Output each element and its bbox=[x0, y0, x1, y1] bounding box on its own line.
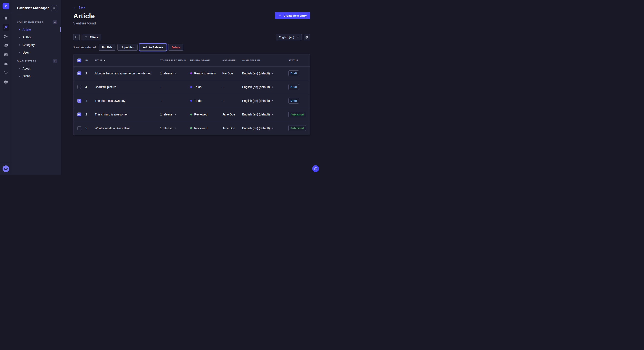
table-row[interactable]: 1 The internet's Own boy - To do - Engli… bbox=[74, 94, 310, 108]
rail-footer: KD bbox=[0, 163, 12, 175]
question-mark-icon bbox=[314, 167, 318, 171]
stage-dot-icon bbox=[190, 100, 192, 102]
column-header-title[interactable]: TITLE bbox=[95, 59, 160, 62]
section-label: COLLECTION TYPES bbox=[17, 21, 43, 24]
sidebar-section: SINGLE TYPES 2 About Global bbox=[17, 59, 57, 80]
create-new-entry-button[interactable]: Create new entry bbox=[275, 12, 310, 19]
filter-icon bbox=[84, 35, 88, 39]
help-button[interactable] bbox=[312, 165, 319, 172]
cell-available-in[interactable]: English (en) (default) bbox=[242, 113, 288, 116]
row-checkbox[interactable] bbox=[77, 126, 81, 130]
sidebar-item-article[interactable]: Article bbox=[17, 26, 57, 33]
row-checkbox[interactable] bbox=[77, 99, 81, 103]
cell-title: This shrimp is awesome bbox=[95, 113, 160, 116]
bulk-actions-bar: 3 entries selected Publish Unpublish Add… bbox=[73, 44, 310, 51]
cell-assignee: - bbox=[222, 99, 242, 103]
cell-to-be-released-in[interactable]: 1 release bbox=[160, 127, 190, 130]
column-header-id[interactable]: ID bbox=[86, 59, 95, 62]
bullet-icon bbox=[19, 37, 20, 38]
column-header-review-stage[interactable]: REVIEW STAGE bbox=[190, 59, 222, 62]
status-badge: Published bbox=[288, 125, 306, 131]
cell-to-be-released-in[interactable]: - bbox=[160, 99, 190, 103]
check-icon bbox=[78, 100, 80, 102]
cell-review-stage: To do bbox=[190, 85, 222, 89]
divider bbox=[0, 12, 12, 12]
chevron-down-icon bbox=[272, 114, 274, 115]
column-header-available-in[interactable]: AVAILABLE IN bbox=[242, 59, 288, 62]
settings-gear-icon[interactable] bbox=[2, 79, 9, 85]
cell-available-in[interactable]: English (en) (default) bbox=[242, 99, 288, 103]
column-header-assignee[interactable]: ASSIGNEE bbox=[222, 59, 242, 62]
stage-dot-icon bbox=[190, 114, 192, 116]
chevron-down-icon bbox=[272, 73, 274, 74]
sidebar-item-user[interactable]: User bbox=[17, 49, 57, 56]
cell-title: Beautiful picture bbox=[95, 85, 160, 89]
bullet-icon bbox=[19, 52, 20, 53]
column-header-to-be-released-in[interactable]: TO BE RELEASED IN bbox=[160, 59, 190, 62]
content-type-builder-icon[interactable] bbox=[2, 51, 9, 58]
cell-available-in[interactable]: English (en) (default) bbox=[242, 72, 288, 75]
table-row[interactable]: 2 This shrimp is awesome 1 release Revie… bbox=[74, 108, 310, 121]
row-checkbox[interactable] bbox=[77, 85, 81, 89]
row-checkbox[interactable] bbox=[77, 113, 81, 116]
cell-assignee: Jane Doe bbox=[222, 127, 242, 130]
content-manager-feather-icon[interactable] bbox=[2, 24, 9, 31]
cell-to-be-released-in[interactable]: 1 release bbox=[160, 72, 190, 75]
user-avatar[interactable]: KD bbox=[2, 166, 9, 172]
sidebar-section: COLLECTION TYPES 4 Article Author Catego… bbox=[17, 20, 57, 56]
release-paper-plane-icon[interactable] bbox=[2, 33, 9, 40]
cell-to-be-released-in[interactable]: 1 release bbox=[160, 113, 190, 116]
chevron-down-icon bbox=[174, 114, 176, 115]
arrow-left-icon: ← bbox=[73, 6, 77, 9]
status-badge: Draft bbox=[288, 70, 299, 76]
table-body: 3 A bug is becoming a meme on the intern… bbox=[74, 66, 310, 135]
table-row[interactable]: 5 What's inside a Black Hole 1 release R… bbox=[74, 121, 310, 135]
filters-button[interactable]: Filters bbox=[82, 34, 101, 40]
cell-assignee: Kai Doe bbox=[222, 72, 242, 75]
cell-review-stage: Reviewed bbox=[190, 127, 222, 130]
indeterminate-icon bbox=[78, 60, 80, 61]
home-icon[interactable] bbox=[2, 15, 9, 21]
deploy-cloud-icon[interactable] bbox=[2, 60, 9, 67]
add-to-release-button[interactable]: Add to Release bbox=[140, 44, 166, 51]
row-checkbox[interactable] bbox=[77, 71, 81, 75]
bullet-icon bbox=[19, 76, 20, 77]
publish-button[interactable]: Publish bbox=[98, 44, 116, 51]
strapi-logo-icon[interactable] bbox=[2, 3, 9, 9]
select-all-checkbox[interactable] bbox=[77, 58, 81, 62]
unpublish-button[interactable]: Unpublish bbox=[117, 44, 138, 51]
cell-available-in[interactable]: English (en) (default) bbox=[242, 85, 288, 89]
search-icon[interactable] bbox=[73, 34, 80, 40]
content-manager-sidebar: Content Manager COLLECTION TYPES 4 Artic… bbox=[12, 0, 61, 175]
status-badge: Draft bbox=[288, 98, 299, 104]
view-settings-gear-icon[interactable] bbox=[304, 34, 310, 40]
media-library-icon[interactable] bbox=[2, 42, 9, 49]
chevron-down-icon bbox=[174, 73, 176, 74]
column-header-status[interactable]: STATUS bbox=[288, 59, 310, 62]
section-count-badge: 2 bbox=[52, 59, 57, 63]
bullet-icon bbox=[19, 29, 20, 30]
chevron-down-icon bbox=[297, 37, 299, 38]
sidebar-item-author[interactable]: Author bbox=[17, 33, 57, 41]
cell-review-stage: To do bbox=[190, 99, 222, 103]
chevron-down-icon bbox=[272, 87, 274, 88]
cell-available-in[interactable]: English (en) (default) bbox=[242, 127, 288, 130]
delete-button[interactable]: Delete bbox=[168, 44, 183, 51]
stage-dot-icon bbox=[190, 72, 192, 74]
cell-review-stage: Ready to review bbox=[190, 72, 222, 75]
cell-to-be-released-in[interactable]: - bbox=[160, 85, 190, 89]
sidebar-item-about[interactable]: About bbox=[17, 65, 57, 72]
cell-id: 2 bbox=[86, 113, 95, 116]
locale-select[interactable]: English (en) bbox=[276, 34, 302, 40]
table-row[interactable]: 4 Beautiful picture - To do - English (e… bbox=[74, 80, 310, 94]
selection-summary: 3 entries selected bbox=[73, 46, 96, 49]
table-row[interactable]: 3 A bug is becoming a meme on the intern… bbox=[74, 66, 310, 80]
sidebar-item-category[interactable]: Category bbox=[17, 41, 57, 49]
back-link[interactable]: ← Back bbox=[73, 6, 85, 9]
sidebar-sections: COLLECTION TYPES 4 Article Author Catego… bbox=[17, 20, 57, 80]
marketplace-cart-icon[interactable] bbox=[2, 70, 9, 76]
entries-table: ID TITLE TO BE RELEASED IN REVIEW STAGE … bbox=[73, 54, 310, 135]
plus-icon bbox=[278, 14, 282, 17]
search-icon[interactable] bbox=[51, 5, 57, 11]
sidebar-item-global[interactable]: Global bbox=[17, 72, 57, 80]
